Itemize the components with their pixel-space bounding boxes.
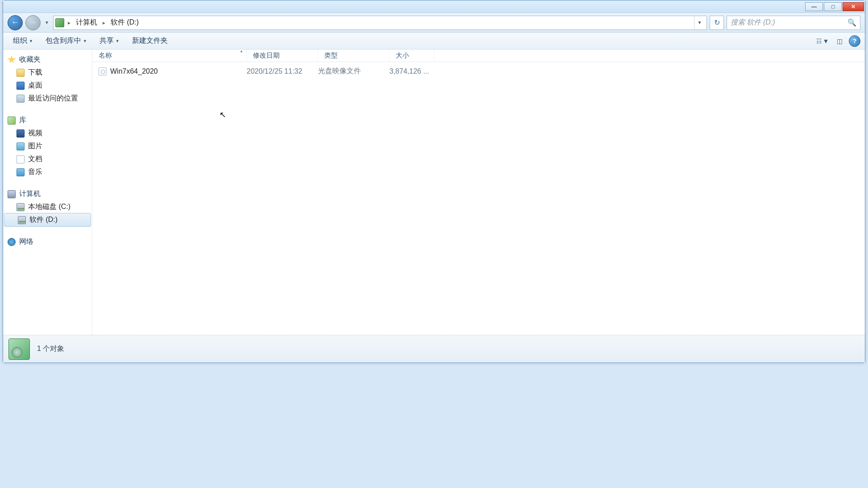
chevron-down-icon: ▼ (83, 39, 87, 43)
include-library-button[interactable]: 包含到库中 ▼ (40, 34, 92, 47)
column-size[interactable]: 大小 (389, 50, 434, 62)
sidebar-videos[interactable]: 视频 (3, 127, 92, 140)
libraries-group: 库 视频 图片 文档 音乐 (3, 114, 92, 179)
iso-file-icon (99, 67, 107, 75)
document-icon (17, 155, 25, 163)
close-button[interactable] (843, 2, 864, 11)
breadcrumb-computer[interactable]: 计算机 (74, 17, 99, 28)
video-icon (17, 129, 25, 138)
breadcrumb-drive[interactable]: 软件 (D:) (109, 17, 141, 28)
sidebar-desktop[interactable]: 桌面 (3, 79, 92, 92)
file-type: 光盘映像文件 (318, 67, 389, 76)
arrow-right-icon: → (29, 18, 37, 27)
network-icon (8, 238, 16, 246)
explorer-window: ← → ▼ ▸ 计算机 ▸ 软件 (D:) ▼ ↻ 搜索 软件 (D:) 🔍 组… (3, 0, 865, 363)
sidebar-documents[interactable]: 文档 (3, 153, 92, 166)
history-dropdown[interactable]: ▼ (43, 16, 50, 29)
organize-button[interactable]: 组织 ▼ (8, 34, 38, 47)
sidebar-computer[interactable]: 计算机 (3, 188, 92, 200)
navbar: ← → ▼ ▸ 计算机 ▸ 软件 (D:) ▼ ↻ 搜索 软件 (D:) 🔍 (3, 13, 865, 33)
column-date[interactable]: 修改日期 (247, 50, 318, 62)
refresh-icon: ↻ (714, 18, 720, 27)
file-date: 2020/12/25 11:32 (247, 67, 318, 75)
folder-icon (17, 69, 25, 77)
file-name: Win7x64_2020 (110, 67, 158, 75)
body: 收藏夹 下载 桌面 最近访问的位置 库 (3, 50, 865, 335)
breadcrumb-separator-icon: ▸ (100, 20, 108, 26)
refresh-button[interactable]: ↻ (710, 16, 724, 30)
sidebar-favorites[interactable]: 收藏夹 (3, 53, 92, 66)
drive-icon (55, 18, 64, 27)
sort-ascending-icon: ▴ (240, 49, 243, 53)
minimize-button[interactable] (805, 2, 823, 11)
sidebar-recent[interactable]: 最近访问的位置 (3, 92, 92, 105)
chevron-down-icon: ▼ (823, 38, 829, 45)
address-bar[interactable]: ▸ 计算机 ▸ 软件 (D:) ▼ (53, 16, 707, 30)
recent-icon (17, 95, 25, 103)
preview-pane-button[interactable]: ◫ (832, 35, 847, 47)
sidebar-pictures[interactable]: 图片 (3, 140, 92, 153)
back-button[interactable]: ← (8, 15, 23, 30)
sidebar-music[interactable]: 音乐 (3, 166, 92, 179)
view-options-button[interactable]: ☷ ▼ (815, 35, 830, 47)
chevron-down-icon: ▼ (116, 39, 120, 43)
breadcrumb-separator-icon: ▸ (65, 20, 73, 26)
toolbar: 组织 ▼ 包含到库中 ▼ 共享 ▼ 新建文件夹 ☷ ▼ ◫ ? (3, 33, 865, 50)
sidebar-downloads[interactable]: 下载 (3, 66, 92, 79)
music-icon (17, 168, 25, 176)
chevron-down-icon: ▼ (29, 39, 33, 43)
titlebar (3, 0, 865, 13)
search-icon: 🔍 (847, 18, 856, 27)
picture-icon (17, 142, 25, 150)
help-button[interactable]: ? (849, 35, 860, 47)
sidebar-network[interactable]: 网络 (3, 235, 92, 248)
file-list[interactable]: Win7x64_2020 2020/12/25 11:32 光盘映像文件 3,8… (92, 62, 865, 335)
maximize-button[interactable] (824, 2, 842, 11)
drive-icon (17, 203, 25, 211)
column-type[interactable]: 类型 (318, 50, 389, 62)
status-text: 1 个对象 (37, 344, 64, 354)
list-icon: ☷ (816, 38, 822, 45)
sidebar-drive-c[interactable]: 本地磁盘 (C:) (3, 200, 92, 213)
file-size: 3,874,126 ... (389, 67, 434, 75)
search-placeholder: 搜索 软件 (D:) (731, 18, 775, 27)
drive-icon (18, 216, 26, 224)
navigation-pane: 收藏夹 下载 桌面 最近访问的位置 库 (3, 50, 92, 335)
share-button[interactable]: 共享 ▼ (94, 34, 125, 47)
column-name[interactable]: 名称 ▴ (92, 50, 247, 62)
computer-icon (8, 190, 16, 198)
file-row[interactable]: Win7x64_2020 2020/12/25 11:32 光盘映像文件 3,8… (92, 64, 865, 79)
address-dropdown[interactable]: ▼ (694, 16, 705, 29)
star-icon (8, 56, 16, 64)
file-list-pane: 名称 ▴ 修改日期 类型 大小 Win7x64_2020 (92, 50, 865, 335)
status-bar: 1 个对象 (3, 335, 865, 363)
pane-icon: ◫ (837, 38, 843, 45)
arrow-left-icon: ← (11, 18, 19, 27)
network-group: 网络 (3, 235, 92, 248)
favorites-group: 收藏夹 下载 桌面 最近访问的位置 (3, 53, 92, 105)
desktop-icon (17, 82, 25, 90)
sidebar-libraries[interactable]: 库 (3, 114, 92, 127)
drive-large-icon (8, 338, 30, 360)
sidebar-drive-d[interactable]: 软件 (D:) (4, 213, 91, 227)
library-icon (8, 117, 16, 125)
computer-group: 计算机 本地磁盘 (C:) 软件 (D:) (3, 188, 92, 227)
column-headers: 名称 ▴ 修改日期 类型 大小 (92, 50, 865, 62)
forward-button[interactable]: → (25, 15, 41, 30)
search-input[interactable]: 搜索 软件 (D:) 🔍 (727, 16, 860, 30)
new-folder-button[interactable]: 新建文件夹 (127, 34, 173, 47)
